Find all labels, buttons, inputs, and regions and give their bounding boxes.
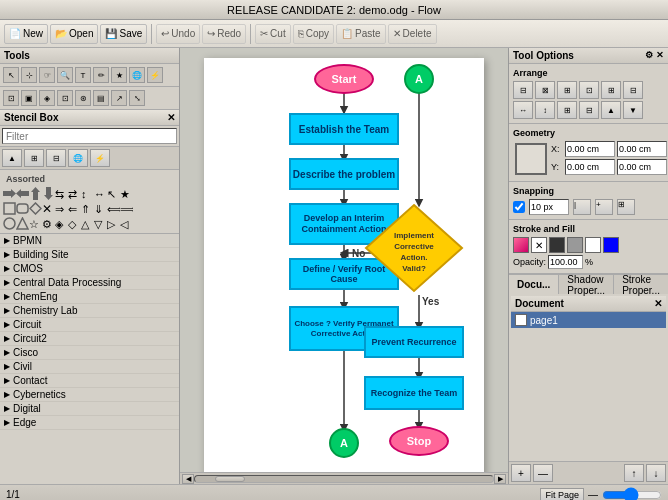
category-civil[interactable]: ▶ Civil	[0, 360, 179, 374]
stencil-tool-4[interactable]: 🌐	[68, 149, 88, 167]
align-right-btn[interactable]: ⊞	[557, 81, 577, 99]
category-cybernetics[interactable]: ▶ Cybernetics	[0, 388, 179, 402]
tool-6[interactable]: ▤	[93, 90, 109, 106]
h-scroll-track[interactable]	[194, 475, 494, 483]
shape-rect[interactable]	[3, 202, 16, 215]
category-building[interactable]: ▶ Building Site	[0, 248, 179, 262]
category-circuit[interactable]: ▶ Circuit	[0, 318, 179, 332]
shape-s2[interactable]: ◇	[68, 217, 81, 230]
white-swatch[interactable]	[585, 237, 601, 253]
category-bpmn[interactable]: ▶ BPMN	[0, 234, 179, 248]
tool-4[interactable]: ⊡	[57, 90, 73, 106]
shape-triangle[interactable]	[16, 217, 29, 230]
tool-plug[interactable]: ⚡	[147, 67, 163, 83]
add-page-btn[interactable]: +	[511, 464, 531, 482]
category-edge[interactable]: ▶ Edge	[0, 416, 179, 430]
tool-node[interactable]: ⊹	[21, 67, 37, 83]
tool-star[interactable]: ★	[111, 67, 127, 83]
category-circuit2[interactable]: ▶ Circuit2	[0, 332, 179, 346]
tool-zoom[interactable]: 🔍	[57, 67, 73, 83]
x-input[interactable]	[565, 141, 615, 157]
connector-a-bottom[interactable]: A	[329, 428, 359, 458]
connector-a-top[interactable]: A	[404, 64, 434, 94]
opacity-input[interactable]	[548, 255, 583, 269]
ungroup-btn[interactable]: ⊟	[579, 101, 599, 119]
shape-arrow-2[interactable]: ⇆	[55, 187, 68, 200]
shape-s1[interactable]: ◈	[55, 217, 68, 230]
x2-input[interactable]	[617, 141, 667, 157]
fit-page-button[interactable]: Fit Page	[540, 488, 584, 501]
align-left-btn[interactable]: ⊟	[513, 81, 533, 99]
h-scrollbar[interactable]: ◀ ▶	[180, 472, 508, 484]
shape-arrow-up[interactable]	[29, 187, 42, 200]
shape-arrow-left[interactable]	[16, 187, 29, 200]
category-chemeng[interactable]: ▶ ChemEng	[0, 290, 179, 304]
align-bot-btn[interactable]: ⊟	[623, 81, 643, 99]
tab-stroke[interactable]: Stroke Proper...	[614, 275, 668, 294]
recognize-team-box[interactable]: Recognize the Team	[364, 376, 464, 410]
shape-arrow-b5[interactable]: ⟺	[107, 202, 120, 215]
shape-rect-r[interactable]	[16, 202, 29, 215]
front-btn[interactable]: ▲	[601, 101, 621, 119]
blue-swatch[interactable]	[603, 237, 619, 253]
tool-2[interactable]: ▣	[21, 90, 37, 106]
copy-button[interactable]: ⎘ Copy	[293, 24, 334, 44]
paste-button[interactable]: 📋 Paste	[336, 24, 386, 44]
tool-5[interactable]: ⊛	[75, 90, 91, 106]
back-btn[interactable]: ▼	[623, 101, 643, 119]
delete-button[interactable]: ✕ Delete	[388, 24, 437, 44]
category-central[interactable]: ▶ Central Data Processing	[0, 276, 179, 290]
shape-arrow-b2[interactable]: ⇐	[68, 202, 81, 215]
redo-button[interactable]: ↪ Redo	[202, 24, 246, 44]
category-chemistry[interactable]: ▶ Chemistry Lab	[0, 304, 179, 318]
scroll-right-btn[interactable]: ▶	[494, 474, 506, 484]
y2-input[interactable]	[617, 159, 667, 175]
shape-circle[interactable]	[3, 217, 16, 230]
save-button[interactable]: 💾 Save	[100, 24, 147, 44]
page-up-btn[interactable]: ↑	[624, 464, 644, 482]
tool-7[interactable]: ↗	[111, 90, 127, 106]
shape-arrow-b3[interactable]: ⇑	[81, 202, 94, 215]
implement-diamond[interactable]: Implement Corrective Action. Valid?	[364, 203, 464, 293]
stencil-close-icon[interactable]: ✕	[167, 112, 175, 123]
tool-3[interactable]: ◈	[39, 90, 55, 106]
category-contact[interactable]: ▶ Contact	[0, 374, 179, 388]
shape-arrow-b1[interactable]: ⇒	[55, 202, 68, 215]
shape-arrow-3[interactable]: ⇄	[68, 187, 81, 200]
shape-arrow-6[interactable]: ↖	[107, 187, 120, 200]
prevent-recurrence-box[interactable]: Prevent Recurrence	[364, 326, 464, 358]
cut-button[interactable]: ✂ Cut	[255, 24, 291, 44]
category-digital[interactable]: ▶ Digital	[0, 402, 179, 416]
snap-value-input[interactable]	[529, 199, 569, 215]
shape-arrow-b6[interactable]: ⟹	[120, 202, 133, 215]
stop-shape[interactable]: Stop	[389, 426, 449, 456]
open-button[interactable]: 📂 Open	[50, 24, 98, 44]
filter-input[interactable]	[2, 128, 177, 144]
shape-arrow-right[interactable]	[3, 187, 16, 200]
dist-v-btn[interactable]: ↕	[535, 101, 555, 119]
gray-swatch[interactable]	[567, 237, 583, 253]
snap-btn-3[interactable]: ⊞	[617, 199, 635, 215]
describe-problem-box[interactable]: Describe the problem	[289, 158, 399, 190]
h-scroll-thumb[interactable]	[215, 476, 245, 482]
tab-shadow[interactable]: Shadow Proper...	[559, 275, 614, 294]
undo-button[interactable]: ↩ Undo	[156, 24, 200, 44]
category-cisco[interactable]: ▶ Cisco	[0, 346, 179, 360]
doc-close-icon[interactable]: ✕	[654, 298, 662, 309]
remove-page-btn[interactable]: —	[533, 464, 553, 482]
scroll-left-btn[interactable]: ◀	[182, 474, 194, 484]
shape-arrow-down[interactable]	[42, 187, 55, 200]
tool-hand[interactable]: ☞	[39, 67, 55, 83]
tool-cursor[interactable]: ⊡	[3, 90, 19, 106]
dist-h-btn[interactable]: ↔	[513, 101, 533, 119]
snap-btn-1[interactable]: |	[573, 199, 591, 215]
stencil-tool-1[interactable]: ▲	[2, 149, 22, 167]
tool-globe[interactable]: 🌐	[129, 67, 145, 83]
tab-document[interactable]: Docu...	[509, 275, 559, 294]
stencil-tool-3[interactable]: ⊟	[46, 149, 66, 167]
start-shape[interactable]: Start	[314, 64, 374, 94]
tool-select[interactable]: ↖	[3, 67, 19, 83]
document-page-item[interactable]: page1	[511, 312, 666, 328]
y-input[interactable]	[565, 159, 615, 175]
tool-draw[interactable]: ✏	[93, 67, 109, 83]
